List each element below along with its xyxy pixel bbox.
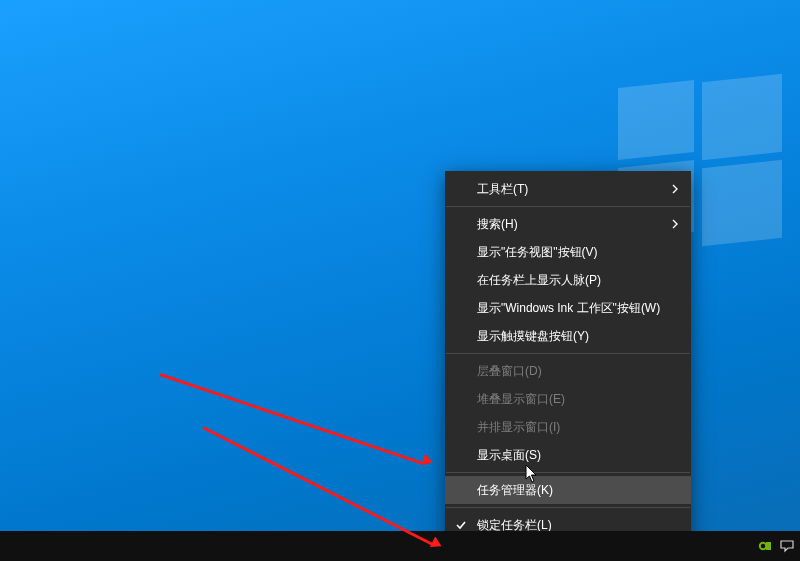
menu-item-label: 显示"任务视图"按钮(V) [477,245,598,259]
menu-separator [446,507,690,508]
chevron-right-icon [671,210,679,238]
menu-item[interactable]: 显示"Windows Ink 工作区"按钮(W) [445,294,691,322]
menu-separator [446,353,690,354]
taskbar-context-menu: 工具栏(T)搜索(H)显示"任务视图"按钮(V)在任务栏上显示人脉(P)显示"W… [445,171,691,561]
menu-item[interactable]: 在任务栏上显示人脉(P) [445,266,691,294]
menu-item-label: 任务管理器(K) [477,483,553,497]
menu-item: 层叠窗口(D) [445,357,691,385]
system-tray [758,531,794,561]
cursor-pointer [525,464,539,484]
menu-item-label: 显示触摸键盘按钮(Y) [477,329,589,343]
menu-item-label: 锁定任务栏(L) [477,518,552,532]
annotation-arrow-head [421,454,434,469]
menu-item[interactable]: 工具栏(T) [445,175,691,203]
menu-item[interactable]: 搜索(H) [445,210,691,238]
desktop[interactable]: 工具栏(T)搜索(H)显示"任务视图"按钮(V)在任务栏上显示人脉(P)显示"W… [0,0,800,561]
menu-item[interactable]: 显示桌面(S) [445,441,691,469]
menu-item-label: 工具栏(T) [477,182,528,196]
nvidia-tray-icon[interactable] [758,539,772,553]
annotation-arrow [202,426,435,547]
svg-rect-1 [766,542,771,550]
menu-item-label: 显示桌面(S) [477,448,541,462]
menu-item: 并排显示窗口(I) [445,413,691,441]
menu-item[interactable]: 任务管理器(K) [445,476,691,504]
menu-item-label: 堆叠显示窗口(E) [477,392,565,406]
action-center-icon[interactable] [780,539,794,553]
menu-item-label: 搜索(H) [477,217,518,231]
menu-item[interactable]: 显示"任务视图"按钮(V) [445,238,691,266]
menu-separator [446,472,690,473]
menu-item: 堆叠显示窗口(E) [445,385,691,413]
menu-item-label: 显示"Windows Ink 工作区"按钮(W) [477,301,660,315]
menu-separator [446,206,690,207]
taskbar[interactable] [0,531,800,561]
menu-item-label: 层叠窗口(D) [477,364,542,378]
menu-item[interactable]: 显示触摸键盘按钮(Y) [445,322,691,350]
menu-item-label: 在任务栏上显示人脉(P) [477,273,601,287]
svg-point-0 [760,543,766,549]
annotation-arrow [160,373,424,465]
menu-item-label: 并排显示窗口(I) [477,420,560,434]
chevron-right-icon [671,175,679,203]
